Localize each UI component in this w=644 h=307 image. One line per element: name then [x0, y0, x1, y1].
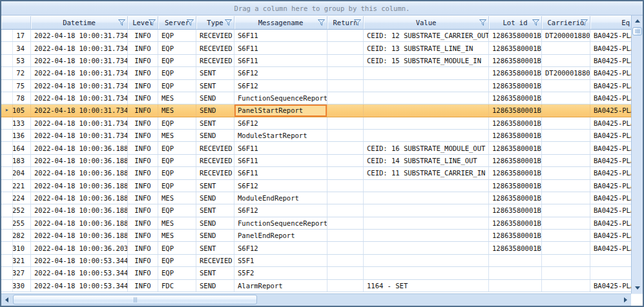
cell-eq[interactable]: BA0425-PLA [590, 42, 631, 54]
cell-return[interactable] [327, 117, 364, 129]
filter-icon[interactable] [354, 19, 361, 26]
column-header-return[interactable]: Return [327, 16, 364, 30]
cell-eq[interactable]: BA0425-PLA [590, 217, 631, 229]
cell-lotid[interactable]: 12863580001B [489, 180, 542, 192]
row-indicator[interactable] [1, 217, 13, 229]
table-row[interactable]: 342022-04-18 10:00:31.734INFOEQPRECEVIED… [1, 42, 631, 54]
cell-lotid[interactable]: 12863580001B [489, 242, 542, 253]
cell-value[interactable]: CEID: 15 SUBSTRATE_MODULE_IN [364, 55, 489, 66]
table-row[interactable]: 722022-04-18 10:00:31.734INFOEQPSENTS6F1… [1, 67, 631, 79]
cell-row-number[interactable]: 204 [13, 167, 31, 179]
table-row[interactable]: 2212022-04-18 10:00:36.188INFOEQPSENTS6F… [1, 180, 631, 192]
cell-value[interactable] [364, 242, 489, 253]
cell-row-number[interactable]: 310 [13, 242, 31, 253]
cell-type[interactable]: SEND [196, 92, 234, 104]
cell-level[interactable]: INFO [128, 80, 158, 92]
table-row[interactable]: 3302022-04-18 10:00:53.344INFOFDCSENDAla… [1, 280, 631, 292]
row-indicator[interactable] [1, 192, 13, 204]
cell-level[interactable]: INFO [128, 55, 158, 66]
cell-type[interactable]: SEND [196, 230, 234, 241]
cell-row-number[interactable]: 105 [13, 104, 31, 116]
cell-return[interactable] [327, 42, 364, 54]
filter-icon[interactable] [532, 19, 539, 26]
cell-lotid[interactable]: 12863580001B [489, 104, 542, 116]
cell-value[interactable]: CEID: 14 SUBSTRATE_LINE_OUT [364, 155, 489, 166]
cell-type[interactable]: SEND [196, 280, 234, 292]
cell-datetime[interactable]: 2022-04-18 10:00:31.734 [31, 55, 128, 66]
cell-server[interactable]: EQP [158, 42, 196, 54]
group-by-panel[interactable]: Drag a column here to group by this colu… [1, 1, 643, 15]
cell-eq[interactable]: BA0425-PLA [590, 117, 631, 129]
cell-type[interactable]: RECEVIED [196, 255, 234, 266]
filter-icon[interactable] [581, 19, 588, 26]
cell-server[interactable]: EQP [158, 55, 196, 66]
cell-level[interactable]: INFO [128, 204, 158, 216]
cell-value[interactable] [364, 130, 489, 141]
row-indicator[interactable] [1, 180, 13, 192]
cell-carrierid[interactable] [542, 167, 590, 179]
cell-carrierid[interactable] [542, 280, 590, 292]
row-indicator[interactable] [1, 242, 13, 253]
cell-messagename[interactable]: FunctionSequenceReport [234, 92, 327, 104]
cell-type[interactable]: SENT [196, 67, 234, 79]
filter-icon[interactable] [479, 19, 486, 26]
row-indicator[interactable] [1, 80, 13, 92]
column-header-carrierid[interactable]: Carrierid [542, 16, 590, 30]
cell-return[interactable] [327, 155, 364, 166]
cell-return[interactable] [327, 142, 364, 154]
cell-lotid[interactable]: 12863580001B [489, 92, 542, 104]
table-row[interactable]: ➤1052022-04-18 10:00:31.734INFOMESSENDPa… [1, 104, 631, 117]
cell-datetime[interactable]: 2022-04-18 10:00:53.344 [31, 280, 128, 292]
cell-datetime[interactable]: 2022-04-18 10:00:36.203 [31, 242, 128, 253]
cell-value[interactable]: CEID: 12 SUBSTRATE_CARRIER_OUT [364, 30, 489, 41]
cell-carrierid[interactable] [542, 92, 590, 104]
cell-eq[interactable]: BA0425-PLA [590, 80, 631, 92]
row-indicator[interactable] [1, 255, 13, 266]
cell-row-number[interactable]: 255 [13, 217, 31, 229]
filter-icon[interactable] [318, 19, 325, 26]
column-header-value[interactable]: Value [364, 16, 489, 30]
cell-level[interactable]: INFO [128, 180, 158, 192]
cell-messagename[interactable]: S5F2 [234, 267, 327, 279]
cell-lotid[interactable]: 12863580001B [489, 155, 542, 166]
row-indicator[interactable] [1, 42, 13, 54]
row-indicator[interactable] [1, 130, 13, 141]
cell-type[interactable]: RECEVIED [196, 30, 234, 41]
cell-row-number[interactable]: 252 [13, 204, 31, 216]
cell-eq[interactable]: BA0425-PLA [590, 130, 631, 141]
cell-carrierid[interactable] [542, 242, 590, 253]
cell-server[interactable]: FDC [158, 280, 196, 292]
cell-row-number[interactable]: 53 [13, 55, 31, 66]
cell-return[interactable] [327, 92, 364, 104]
column-header-type[interactable]: Type [196, 16, 234, 30]
cell-return[interactable] [327, 255, 364, 266]
cell-return[interactable] [327, 280, 364, 292]
cell-datetime[interactable]: 2022-04-18 10:00:31.734 [31, 80, 128, 92]
cell-level[interactable]: INFO [128, 167, 158, 179]
table-row[interactable]: 2042022-04-18 10:00:36.188INFOEQPRECEVIE… [1, 167, 631, 179]
horizontal-scrollbar[interactable] [1, 293, 631, 306]
cell-level[interactable]: INFO [128, 230, 158, 241]
cell-value[interactable]: CEID: 16 SUBSTRATE_MODULE_OUT [364, 142, 489, 154]
cell-datetime[interactable]: 2022-04-18 10:00:36.188 [31, 155, 128, 166]
scroll-up-button[interactable] [632, 15, 643, 26]
cell-type[interactable]: SENT [196, 180, 234, 192]
cell-eq[interactable]: BA0425-PLA [590, 55, 631, 66]
cell-datetime[interactable]: 2022-04-18 10:00:53.344 [31, 267, 128, 279]
cell-return[interactable] [327, 180, 364, 192]
cell-row-number[interactable]: 183 [13, 155, 31, 166]
cell-messagename[interactable]: S5F1 [234, 255, 327, 266]
cell-eq[interactable] [590, 255, 631, 266]
cell-server[interactable]: MES [158, 217, 196, 229]
cell-level[interactable]: INFO [128, 255, 158, 266]
filter-icon[interactable] [149, 19, 156, 26]
column-header-level[interactable]: Level [128, 16, 158, 30]
cell-type[interactable]: SEND [196, 192, 234, 204]
cell-messagename[interactable]: PanelEndReport [234, 230, 327, 241]
cell-server[interactable]: MES [158, 104, 196, 116]
column-header-messagename[interactable]: Messagename [234, 16, 327, 30]
cell-return[interactable] [327, 217, 364, 229]
vertical-scrollbar[interactable] [631, 15, 643, 293]
cell-carrierid[interactable] [542, 155, 590, 166]
cell-carrierid[interactable] [542, 192, 590, 204]
